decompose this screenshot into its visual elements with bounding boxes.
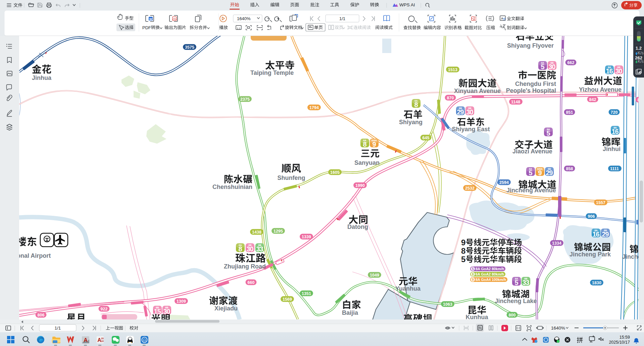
svg-text:1339: 1339: [302, 235, 311, 239]
svg-text:W: W: [149, 17, 152, 21]
svg-text:1557: 1557: [596, 200, 605, 205]
svg-text:1334: 1334: [552, 241, 561, 246]
svg-text:842: 842: [589, 97, 596, 102]
svg-text:1351: 1351: [302, 291, 311, 296]
svg-text:WPS AI: WPS AI: [399, 2, 415, 7]
svg-text:Datong: Datong: [347, 224, 368, 230]
svg-text:1990: 1990: [355, 183, 365, 188]
svg-text:720: 720: [611, 110, 618, 115]
svg-text:1640%: 1640%: [551, 326, 565, 331]
svg-text:1.2: 1.2: [636, 46, 642, 51]
svg-text:Yuanhua: Yuanhua: [395, 285, 421, 292]
svg-text:9: 9: [538, 169, 542, 177]
svg-text:Yizhou Avenue: Yizhou Avenue: [579, 86, 622, 93]
svg-text:922: 922: [101, 307, 108, 311]
svg-text:Zhujiang Road: Zhujiang Road: [224, 263, 266, 270]
svg-text:800: 800: [509, 313, 516, 317]
svg-text:1111: 1111: [610, 166, 619, 171]
svg-text:Chengdu First: Chengdu First: [515, 81, 556, 87]
svg-text:16: 16: [611, 128, 618, 135]
svg-text:29: 29: [457, 108, 464, 116]
svg-text:3575: 3575: [185, 45, 194, 50]
svg-text:Jinhua: Jinhua: [32, 75, 52, 81]
svg-text:Shiyang East: Shiyang East: [452, 126, 490, 133]
svg-text:Shunfeng: Shunfeng: [278, 175, 305, 181]
svg-text:8A GoA4 100km/h: 8A GoA4 100km/h: [476, 278, 506, 282]
svg-text:33: 33: [522, 279, 529, 286]
svg-text:30: 30: [246, 245, 253, 253]
svg-text:1794: 1794: [309, 105, 319, 110]
svg-text:8: 8: [461, 246, 465, 255]
svg-text:29: 29: [602, 231, 609, 238]
svg-text:5: 5: [546, 130, 550, 137]
svg-text:8: 8: [414, 101, 418, 108]
svg-text:851: 851: [566, 110, 573, 115]
svg-text:870: 870: [447, 96, 454, 100]
svg-text:Jincheng Lake: Jincheng Lake: [495, 298, 537, 304]
svg-text:8: 8: [238, 245, 242, 253]
svg-text:16: 16: [606, 67, 613, 75]
svg-text:Jincheng Avenue: Jincheng Avenue: [506, 187, 556, 194]
svg-text:A: A: [501, 17, 503, 20]
svg-text:30: 30: [615, 67, 622, 75]
svg-text:K/s: K/s: [638, 59, 643, 64]
svg-text:onal Airport: onal Airport: [17, 252, 51, 259]
svg-text:1/1: 1/1: [55, 326, 61, 331]
svg-text:5: 5: [529, 169, 532, 177]
svg-text:8: 8: [363, 141, 366, 148]
svg-text:9: 9: [461, 238, 465, 247]
svg-text:People's Hospital: People's Hospital: [506, 87, 556, 94]
svg-text:1569: 1569: [283, 297, 292, 302]
svg-text:9: 9: [472, 278, 474, 282]
svg-text:1830: 1830: [592, 281, 601, 285]
svg-text:645: 645: [423, 136, 430, 140]
svg-text:33: 33: [256, 245, 263, 253]
svg-text:1438: 1438: [252, 230, 261, 235]
svg-text:15:59: 15:59: [620, 335, 630, 340]
svg-text:A: A: [84, 337, 88, 343]
svg-text:Xiejiadu: Xiejiadu: [214, 305, 238, 312]
svg-text:1148: 1148: [511, 100, 520, 104]
svg-text:Shiyang Flyover: Shiyang Flyover: [507, 42, 554, 49]
svg-text:K/s: K/s: [638, 51, 643, 55]
svg-text:1049: 1049: [370, 273, 379, 278]
svg-text:5: 5: [461, 255, 465, 264]
svg-text:2375: 2375: [240, 97, 250, 102]
svg-text:1605: 1605: [330, 170, 340, 175]
svg-text:5: 5: [514, 279, 518, 286]
svg-text:1513: 1513: [448, 67, 457, 72]
svg-text:8A GoA2 80km/h: 8A GoA2 80km/h: [476, 267, 504, 271]
svg-text:Chenshuinian: Chenshuinian: [212, 184, 252, 190]
svg-text:20: 20: [101, 337, 104, 340]
svg-text:660: 660: [248, 280, 255, 285]
svg-text:Jinhui: Jinhui: [603, 146, 621, 152]
svg-text:Xinyuan Avenue: Xinyuan Avenue: [454, 88, 501, 94]
svg-text:5: 5: [541, 63, 544, 70]
svg-text:9: 9: [372, 141, 376, 148]
svg-text:Sanyuan: Sanyuan: [354, 159, 380, 166]
svg-text:30: 30: [163, 308, 170, 315]
svg-text:PDF: PDF: [142, 25, 151, 30]
svg-text:1295: 1295: [274, 229, 283, 234]
svg-text:2025/10/17: 2025/10/17: [609, 340, 630, 345]
svg-text:806: 806: [38, 313, 45, 317]
svg-text:Shiyang: Shiyang: [399, 119, 423, 126]
svg-text:30: 30: [548, 63, 555, 70]
svg-text:5: 5: [472, 267, 474, 271]
svg-text:15: 15: [154, 308, 161, 315]
svg-text:Jiaozi Avenue: Jiaozi Avenue: [512, 148, 552, 155]
svg-text:2532: 2532: [465, 186, 475, 191]
svg-text:Taiping Temple: Taiping Temple: [250, 69, 294, 76]
svg-text:Jincheng Park: Jincheng Park: [569, 251, 611, 258]
svg-text:1:1: 1:1: [237, 27, 241, 30]
svg-text:6A GoA2 80km/h: 6A GoA2 80km/h: [476, 272, 504, 276]
svg-text:1063: 1063: [443, 302, 452, 307]
svg-text:1309: 1309: [177, 299, 186, 304]
svg-text:1640%: 1640%: [237, 16, 251, 21]
svg-text:2594: 2594: [499, 180, 509, 185]
svg-text:906: 906: [588, 214, 595, 219]
svg-text:Baijia: Baijia: [342, 309, 358, 316]
svg-text:1/1: 1/1: [339, 16, 345, 21]
svg-text:858: 858: [566, 166, 573, 171]
svg-text:16: 16: [592, 231, 599, 238]
